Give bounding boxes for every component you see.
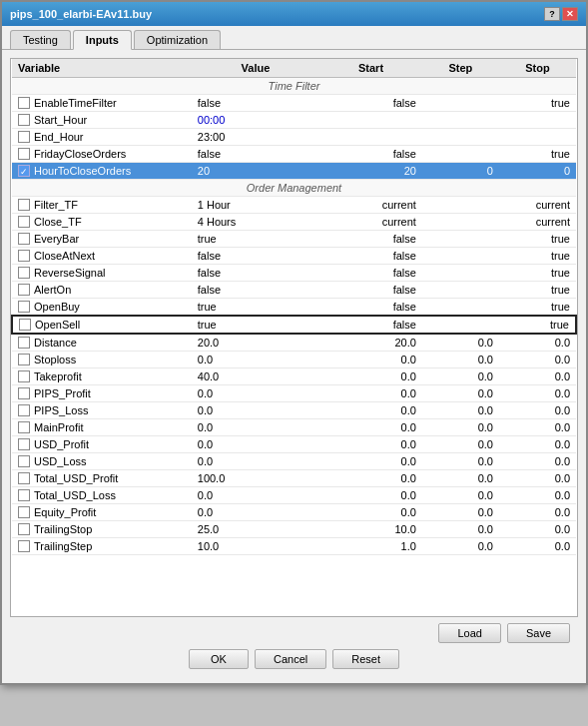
- stop-cell[interactable]: [499, 129, 576, 146]
- start-cell[interactable]: 0.0: [319, 453, 422, 470]
- step-cell[interactable]: 0.0: [422, 385, 499, 402]
- start-cell[interactable]: [319, 129, 422, 146]
- row-checkbox[interactable]: [18, 148, 30, 160]
- stop-cell[interactable]: 0.0: [499, 368, 576, 385]
- row-checkbox[interactable]: [18, 540, 30, 552]
- stop-cell[interactable]: 0.0: [499, 453, 576, 470]
- start-cell[interactable]: 0.0: [319, 402, 422, 419]
- value-cell[interactable]: 25.0: [192, 521, 319, 538]
- stop-cell[interactable]: 0.0: [499, 436, 576, 453]
- value-cell[interactable]: 20.0: [192, 334, 319, 352]
- row-checkbox[interactable]: [18, 216, 30, 228]
- load-button[interactable]: Load: [438, 623, 500, 643]
- step-cell[interactable]: [422, 197, 499, 214]
- start-cell[interactable]: 0.0: [319, 487, 422, 504]
- stop-cell[interactable]: 0.0: [499, 470, 576, 487]
- value-cell[interactable]: 00:00: [192, 112, 319, 129]
- start-cell[interactable]: 0.0: [319, 504, 422, 521]
- step-cell[interactable]: 0.0: [422, 487, 499, 504]
- start-cell[interactable]: [319, 112, 422, 129]
- stop-cell[interactable]: 0.0: [499, 402, 576, 419]
- stop-cell[interactable]: 0.0: [499, 334, 576, 352]
- value-cell[interactable]: true: [192, 316, 319, 334]
- row-checkbox[interactable]: [18, 199, 30, 211]
- step-cell[interactable]: 0.0: [422, 538, 499, 555]
- start-cell[interactable]: false: [319, 282, 422, 299]
- stop-cell[interactable]: true: [499, 282, 576, 299]
- start-cell[interactable]: 0.0: [319, 368, 422, 385]
- start-cell[interactable]: 0.0: [319, 419, 422, 436]
- row-checkbox[interactable]: [18, 250, 30, 262]
- row-checkbox[interactable]: [18, 354, 30, 365]
- start-cell[interactable]: false: [319, 316, 422, 334]
- row-checkbox[interactable]: [18, 284, 30, 296]
- step-cell[interactable]: [422, 146, 499, 163]
- step-cell[interactable]: [422, 248, 499, 265]
- row-checkbox[interactable]: [19, 319, 31, 331]
- value-cell[interactable]: 0.0: [192, 352, 319, 368]
- stop-cell[interactable]: true: [499, 316, 576, 334]
- value-cell[interactable]: 10.0: [192, 538, 319, 555]
- value-cell[interactable]: false: [192, 282, 319, 299]
- value-cell[interactable]: 0.0: [192, 419, 319, 436]
- cancel-button[interactable]: Cancel: [255, 649, 326, 669]
- ok-button[interactable]: OK: [189, 649, 249, 669]
- row-checkbox[interactable]: [18, 455, 30, 467]
- stop-cell[interactable]: true: [499, 146, 576, 163]
- row-checkbox[interactable]: [18, 337, 30, 349]
- row-checkbox[interactable]: [18, 506, 30, 518]
- start-cell[interactable]: 0.0: [319, 385, 422, 402]
- stop-cell[interactable]: 0.0: [499, 385, 576, 402]
- stop-cell[interactable]: 0.0: [499, 487, 576, 504]
- value-cell[interactable]: 4 Hours: [192, 214, 319, 231]
- row-checkbox[interactable]: [18, 97, 30, 109]
- start-cell[interactable]: false: [319, 231, 422, 248]
- step-cell[interactable]: 0.0: [422, 368, 499, 385]
- step-cell[interactable]: 0.0: [422, 419, 499, 436]
- row-checkbox[interactable]: [18, 370, 30, 382]
- step-cell[interactable]: [422, 316, 499, 334]
- step-cell[interactable]: 0.0: [422, 470, 499, 487]
- step-cell[interactable]: 0.0: [422, 334, 499, 352]
- close-button[interactable]: ✕: [562, 7, 578, 21]
- row-checkbox[interactable]: [18, 301, 30, 313]
- start-cell[interactable]: 0.0: [319, 352, 422, 368]
- start-cell[interactable]: 20.0: [319, 334, 422, 352]
- step-cell[interactable]: [422, 112, 499, 129]
- value-cell[interactable]: 0.0: [192, 504, 319, 521]
- stop-cell[interactable]: 0.0: [499, 521, 576, 538]
- value-cell[interactable]: 100.0: [192, 470, 319, 487]
- row-checkbox[interactable]: [18, 404, 30, 416]
- row-checkbox[interactable]: [18, 438, 30, 450]
- stop-cell[interactable]: true: [499, 95, 576, 112]
- value-cell[interactable]: false: [192, 95, 319, 112]
- step-cell[interactable]: [422, 282, 499, 299]
- step-cell[interactable]: 0.0: [422, 436, 499, 453]
- row-checkbox[interactable]: [18, 131, 30, 143]
- save-button[interactable]: Save: [507, 623, 570, 643]
- step-cell[interactable]: 0.0: [422, 453, 499, 470]
- step-cell[interactable]: 0: [422, 163, 499, 180]
- step-cell[interactable]: 0.0: [422, 521, 499, 538]
- step-cell[interactable]: 0.0: [422, 504, 499, 521]
- value-cell[interactable]: 20: [192, 163, 319, 180]
- stop-cell[interactable]: true: [499, 248, 576, 265]
- value-cell[interactable]: true: [192, 231, 319, 248]
- start-cell[interactable]: 0.0: [319, 436, 422, 453]
- stop-cell[interactable]: true: [499, 299, 576, 317]
- stop-cell[interactable]: 0.0: [499, 504, 576, 521]
- stop-cell[interactable]: current: [499, 214, 576, 231]
- help-button[interactable]: ?: [544, 7, 560, 21]
- step-cell[interactable]: [422, 265, 499, 282]
- row-checkbox[interactable]: [18, 472, 30, 484]
- row-checkbox[interactable]: [18, 523, 30, 535]
- start-cell[interactable]: current: [319, 197, 422, 214]
- step-cell[interactable]: [422, 299, 499, 317]
- stop-cell[interactable]: 0.0: [499, 352, 576, 368]
- start-cell[interactable]: false: [319, 146, 422, 163]
- stop-cell[interactable]: true: [499, 231, 576, 248]
- step-cell[interactable]: [422, 95, 499, 112]
- step-cell[interactable]: [422, 214, 499, 231]
- inputs-table-wrapper[interactable]: Variable Value Start Step Stop Time Filt…: [10, 58, 578, 617]
- step-cell[interactable]: 0.0: [422, 402, 499, 419]
